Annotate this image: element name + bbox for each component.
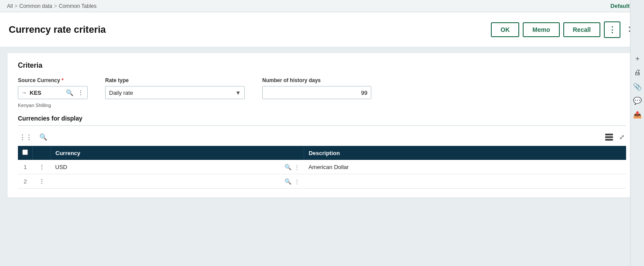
rate-type-group: Rate type Daily rate ▼: [105, 77, 245, 99]
currencies-section-title: Currencies for display: [18, 115, 626, 122]
more-button[interactable]: ⋮: [604, 21, 620, 38]
right-sidebar: ＋ 🖨 📎 💬 📤: [630, 0, 644, 266]
top-bar: All > Common data > Common Tables Defaul…: [0, 0, 644, 12]
toolbar-expand-icon[interactable]: ⤢: [618, 132, 626, 142]
th-currency: Currency: [51, 146, 304, 160]
rate-type-value: Daily rate: [109, 90, 133, 96]
sidebar-share-icon[interactable]: 📤: [631, 108, 644, 121]
select-all-checkbox[interactable]: [22, 149, 28, 155]
rate-type-select[interactable]: Daily rate ▼: [105, 86, 245, 99]
ok-button[interactable]: OK: [491, 22, 519, 37]
row-num-2: 2: [18, 174, 33, 189]
toolbar-left: ⋮⋮ 🔍: [18, 132, 49, 142]
table-row: 1 ⋮ USD 🔍 ⋮ American Dollar: [18, 160, 626, 174]
currency-sub-label: Kenyan Shilling: [18, 103, 88, 108]
th-checkbox: [18, 146, 33, 160]
row-description-2: [304, 174, 626, 189]
table-row: 2 ⋮ 🔍 ⋮: [18, 174, 626, 189]
currency-search-btn-1[interactable]: 🔍: [284, 164, 291, 170]
history-days-label: Number of history days: [262, 77, 371, 83]
sidebar-print-icon[interactable]: 🖨: [631, 66, 644, 79]
currencies-section: Currencies for display ⋮⋮ 🔍 ⤢: [18, 115, 626, 189]
source-currency-label: Source Currency *: [18, 77, 88, 83]
currency-value: KES: [30, 90, 62, 96]
svg-rect-0: [605, 134, 613, 135]
th-description: Description: [304, 146, 626, 160]
arrow-icon: →: [21, 89, 27, 96]
currencies-table: Currency Description 1 ⋮ USD 🔍 ⋮: [18, 146, 626, 189]
row-description-1: American Dollar: [304, 160, 626, 174]
breadcrumb-common-tables[interactable]: Common Tables: [59, 3, 96, 9]
rate-type-chevron-icon: ▼: [235, 90, 241, 96]
currency-more-btn-2[interactable]: ⋮: [294, 178, 300, 185]
sidebar-attach-icon[interactable]: 📎: [631, 80, 644, 93]
currency-menu-icon[interactable]: ⋮: [77, 88, 85, 97]
breadcrumb: All > Common data > Common Tables: [7, 3, 96, 9]
rate-type-label: Rate type: [105, 77, 245, 83]
memo-button[interactable]: Memo: [523, 22, 559, 37]
criteria-section-title: Criteria: [18, 62, 626, 69]
default-label-text: Default: [610, 3, 630, 9]
page-title: Currency rate criteria: [9, 24, 106, 35]
currency-search-icon[interactable]: 🔍: [65, 88, 74, 97]
source-currency-input[interactable]: → KES 🔍 ⋮: [18, 86, 88, 99]
history-days-group: Number of history days: [262, 77, 371, 99]
row-menu-button-1[interactable]: ⋮: [37, 162, 47, 171]
row-currency-2: 🔍 ⋮: [51, 174, 304, 189]
row-num-1: 1: [18, 160, 33, 174]
breadcrumb-common-data[interactable]: Common data: [19, 3, 52, 9]
toolbar-right: ⤢: [604, 132, 626, 142]
main-content: Criteria Source Currency * → KES 🔍 ⋮ Ken…: [7, 52, 637, 198]
table-toolbar: ⋮⋮ 🔍 ⤢: [18, 130, 626, 144]
sidebar-comment-icon[interactable]: 💬: [631, 94, 644, 107]
header-actions: OK Memo Recall ⋮ ✕: [491, 21, 635, 38]
toolbar-search-icon[interactable]: 🔍: [38, 132, 49, 142]
currency-more-btn-1[interactable]: ⋮: [294, 164, 300, 170]
svg-rect-1: [605, 136, 613, 138]
currency-search-btn-2[interactable]: 🔍: [284, 178, 291, 185]
th-actions: [33, 146, 51, 160]
breadcrumb-all[interactable]: All: [7, 3, 13, 9]
sidebar-plus-icon[interactable]: ＋: [631, 52, 644, 65]
row-currency-1: USD 🔍 ⋮: [51, 160, 304, 174]
currency-value-1: USD: [55, 164, 282, 170]
toolbar-layers-icon[interactable]: [604, 132, 614, 142]
recall-button[interactable]: Recall: [563, 22, 600, 37]
row-menu-button-2[interactable]: ⋮: [37, 177, 47, 186]
row-actions-1: ⋮: [33, 160, 51, 174]
section-divider: [18, 125, 626, 126]
criteria-form-row: Source Currency * → KES 🔍 ⋮ Kenyan Shill…: [18, 77, 626, 108]
history-days-input[interactable]: [262, 86, 371, 99]
toolbar-menu-icon[interactable]: ⋮⋮: [18, 132, 34, 142]
page-header: Currency rate criteria OK Memo Recall ⋮ …: [0, 12, 644, 47]
svg-rect-2: [605, 139, 613, 141]
source-currency-group: Source Currency * → KES 🔍 ⋮ Kenyan Shill…: [18, 77, 88, 108]
row-actions-2: ⋮: [33, 174, 51, 189]
